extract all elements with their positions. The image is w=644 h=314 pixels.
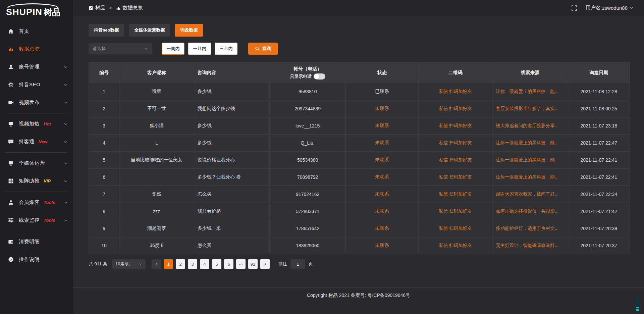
chevron-down-icon [64,83,68,87]
next-page-button[interactable] [260,259,270,269]
sidebar-item-矩阵助推[interactable]: 矩阵助推VIP [0,172,73,190]
cell-source-link[interactable]: 被大家追着问的客厅投影分享... [492,117,568,135]
period-button-一月内[interactable]: 一月内 [188,43,211,55]
page-button-4[interactable]: 4 [200,259,209,269]
sidebar-item-视频发布[interactable]: 视频发布 [0,94,73,111]
cell-status: 未联系 [346,220,418,237]
cell-status: 未联系 [346,100,418,117]
cell-qrcode-link[interactable]: 私信 扫码加好友 [418,117,492,135]
cell-nickname: 潮起潮落 [119,220,194,237]
cell-account: 2097344839 [269,100,345,117]
page-size-value: 10条/页 [115,261,130,267]
tab-询盘数据[interactable]: 询盘数据 [175,24,203,37]
page-button-92[interactable]: 92 [248,259,258,269]
sidebar-item-label: 操作说明 [19,256,40,263]
sidebar-item-消费明细[interactable]: 消费明细 [0,233,73,251]
cell-account: 9583810 [269,83,345,100]
cell-status: 未联系 [346,186,418,203]
page-ellipsis-button[interactable]: ··· [236,259,246,269]
sidebar-item-label: 视频发布 [19,99,40,106]
cell-qrcode-link[interactable]: 私信 扫码加好友 [418,135,492,152]
grid-icon [8,178,14,184]
filter-select[interactable]: 请选择 [89,43,152,54]
page-button-5[interactable]: 5 [212,259,221,269]
cell-date: 2021-11-07 22:41 [568,152,630,169]
cell-source-link[interactable]: 感谢大家喜欢我家，被问了好... [492,186,568,203]
goto-page-input[interactable] [290,259,305,269]
table-row: 2不可一世我想问这个多少钱2097344839未联系私信 扫码加好友客厅安装投影… [89,100,630,117]
cell-date: 2021-11-07 23:18 [568,117,630,135]
sidebar-item-抖客通[interactable]: 抖客通New [0,133,73,151]
chevron-down-icon[interactable] [630,6,633,10]
sidebar-item-会员爆客[interactable]: 会员爆客Tools [0,194,73,211]
cell-qrcode-link[interactable]: 私信 扫码加好友 [418,237,492,254]
table-row: 3狐小狸多少钱love__1215未联系私信 扫码加好友被大家追着问的客厅投影分… [89,117,630,135]
cell-date: 2021-11-07 20:39 [568,220,630,237]
cell-source-link[interactable]: 让你一眼就爱上的黑科技，能... [492,169,568,186]
table-row: 1036度 8怎么买183929060未联系私信 扫码加好友无主灯设计，智能磁吸… [89,237,630,254]
help-icon: ? [8,257,14,262]
period-button-一周内[interactable]: 一周内 [162,43,184,55]
chevron-down-icon [64,201,68,205]
cell-date: 2021-11-07 22:41 [568,169,630,186]
search-icon [255,46,260,51]
cell-content: 多少钱 [194,83,269,100]
tab-抖音seo数据[interactable]: 抖音seo数据 [89,24,124,37]
sidebar-item-数据总览[interactable]: 数据总览 [0,40,73,58]
sidebar-item-badge: Tools [44,200,55,205]
cell-source-link[interactable]: 如何正确选择投影仪，买投影... [492,203,568,220]
cell-qrcode-link[interactable]: 私信 扫码加好友 [418,203,492,220]
table-body: 1哦章多少钱9583810已联系私信 扫码加好友让你一眼就爱上的黑科技，能...… [89,83,630,254]
cell-qrcode-link[interactable]: 私信 扫码加好友 [418,220,492,237]
tab-bar: 抖音seo数据全媒体运营数据询盘数据 [89,24,630,37]
sidebar-item-label: 抖客通 [19,139,35,145]
prev-page-button[interactable] [152,259,161,269]
cell-qrcode-link[interactable]: 私信 扫码加好友 [418,152,492,169]
cell-status: 未联系 [346,203,418,220]
cell-content: 多少钱一米 [194,220,269,237]
sidebar-item-首页[interactable]: 首页 [0,22,73,40]
cell-id: 8 [89,203,119,220]
sidebar-item-badge: VIP [44,178,51,184]
page-button-3[interactable]: 3 [188,259,197,269]
breadcrumb: 树品 > 数据总览 [89,5,143,11]
page-button-2[interactable]: 2 [176,259,185,269]
cell-source-link[interactable]: 让你一眼就爱上的黑科技，能... [492,135,568,152]
scrollbar-widget[interactable] [635,298,640,313]
cell-status: 未联系 [346,152,418,169]
page-button-1[interactable]: 1 [164,259,173,269]
sidebar-item-账号管理[interactable]: 账号管理 [0,58,73,76]
query-button[interactable]: 查询 [248,43,278,55]
cell-source-link[interactable]: 让你一眼就爱上的黑科技，能... [492,83,568,100]
cell-source-link[interactable]: 无主灯设计，智能磁吸轨道灯... [492,237,568,254]
col-header-nickname: 客户昵称 [119,62,194,83]
sidebar-item-全媒体运营[interactable]: 全媒体运营 [0,154,73,172]
period-button-三月内[interactable]: 三月内 [215,43,237,55]
cell-account: 183929060 [269,237,345,254]
sidebar-item-线索监控[interactable]: 线索监控Tools [0,211,73,229]
cell-qrcode-link[interactable]: 私信 扫码加好友 [418,100,492,117]
breadcrumb-root[interactable]: 树品 [95,5,105,11]
sidebar-item-视频加热[interactable]: 视频加热Hot [0,115,73,133]
cell-source-link[interactable]: 多功能护栏灯，适用于乡村文... [492,220,568,237]
cell-qrcode-link[interactable]: 私信 扫码加好友 [418,83,492,100]
username-value[interactable]: zswodun88 [602,5,628,11]
cell-content: 怎么买 [194,237,269,254]
page-size-select[interactable]: 10条/页 [112,259,146,269]
cell-qrcode-link[interactable]: 私信 扫码加好友 [418,169,492,186]
page-button-6[interactable]: 6 [224,259,233,269]
sidebar-item-label: 数据总览 [19,46,40,52]
cell-content: 多少钱 [194,135,269,152]
tab-全媒体运营数据[interactable]: 全媒体运营数据 [129,24,170,37]
cell-content: 多少钱？让我死心 看 [194,169,269,186]
sidebar-item-操作说明[interactable]: ?操作说明 [0,251,73,268]
sidebar-item-抖音SEO[interactable]: 抖音SEO [0,76,73,94]
cell-source-link[interactable]: 让你一眼就爱上的黑科技，能... [492,152,568,169]
fullscreen-icon[interactable] [572,5,577,11]
phone-only-toggle[interactable] [314,73,325,80]
cell-source-link[interactable]: 客厅安装投影半年多了，真实... [492,100,568,117]
table-row: 8zzz我只看价格572803371未联系私信 扫码加好友如何正确选择投影仪，买… [89,203,630,220]
filter-select-placeholder: 请选择 [93,46,106,52]
cell-qrcode-link[interactable]: 私信 扫码加好友 [418,186,492,203]
cell-account: 572803371 [269,203,345,220]
